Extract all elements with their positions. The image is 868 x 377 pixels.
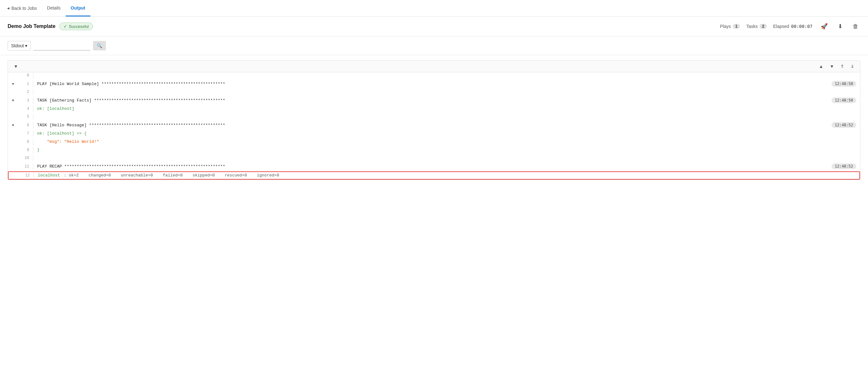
output-line: 11 PLAY RECAP **************************… xyxy=(8,163,860,171)
chevron-down-icon: ▾ xyxy=(25,43,27,48)
toolbar-left: ▼ xyxy=(12,63,20,69)
tasks-stat: Tasks 2 xyxy=(746,24,767,29)
recap-host: localhost xyxy=(38,173,60,178)
tasks-count: 2 xyxy=(760,24,767,29)
back-arrow-icon: ◄ xyxy=(6,6,10,10)
output-line: 5 xyxy=(8,114,860,122)
recap-stats: : ok=2 changed=0 unreachable=0 failed=0 … xyxy=(64,173,279,178)
stdout-dropdown[interactable]: Stdout ▾ xyxy=(8,41,31,51)
elapsed-value: 00:00:07 xyxy=(791,24,812,29)
check-icon: ✓ xyxy=(63,24,67,29)
status-badge: ✓ Successful xyxy=(59,23,93,30)
output-line: 10 xyxy=(8,155,860,163)
collapse-button[interactable]: ▼ xyxy=(8,123,18,127)
tab-output[interactable]: Output xyxy=(66,0,90,17)
output-line: ▼ 3 TASK [Gathering Facts] *************… xyxy=(8,97,860,105)
collapse-button[interactable]: ▼ xyxy=(8,82,18,86)
header-stats: Plays 1 Tasks 2 Elapsed 00:00:07 🚀 ⬇ 🗑 xyxy=(720,22,860,31)
nav-tabs: ◄ Back to Jobs Details Output xyxy=(0,0,868,17)
scroll-down-button[interactable]: ▼ xyxy=(828,63,836,69)
back-to-jobs-button[interactable]: ◄ Back to Jobs xyxy=(6,0,42,16)
search-button[interactable]: 🔍 xyxy=(93,41,106,51)
scroll-bottom-button[interactable]: ⇓ xyxy=(849,63,856,69)
launch-icon-button[interactable]: 🚀 xyxy=(819,22,830,31)
output-line: 4 ok: [localhost] xyxy=(8,105,860,114)
collapse-button[interactable]: ▼ xyxy=(8,98,18,102)
tab-details[interactable]: Details xyxy=(42,0,66,17)
collapse-all-button[interactable]: ▼ xyxy=(12,63,20,69)
output-line: 2 xyxy=(8,89,860,97)
output-line: 7 ok: [localhost] => { xyxy=(8,130,860,138)
output-line: 9 } xyxy=(8,147,860,155)
elapsed-stat: Elapsed 00:00:07 xyxy=(773,24,812,29)
back-to-jobs-label: Back to Jobs xyxy=(11,6,37,11)
plays-stat: Plays 1 xyxy=(720,24,740,29)
recap-output-line: 12 localhost : ok=2 changed=0 unreachabl… xyxy=(8,171,860,180)
scroll-up-button[interactable]: ▲ xyxy=(817,63,825,69)
delete-icon-button[interactable]: 🗑 xyxy=(851,22,860,31)
output-line: ▼ 6 TASK [Hello Message] ***************… xyxy=(8,122,860,130)
toolbar-right: ▲ ▼ ⇑ ⇓ xyxy=(817,63,856,69)
output-content: 0 ▼ 1 PLAY [Hello World Sample] ********… xyxy=(8,72,860,180)
download-icon-button[interactable]: ⬇ xyxy=(836,22,844,31)
output-line: 8 "msg": "Hello World!" xyxy=(8,138,860,147)
output-container: ▼ ▲ ▼ ⇑ ⇓ 0 ▼ 1 PLAY [Hello World Sample… xyxy=(8,60,860,180)
output-toolbar: ▼ ▲ ▼ ⇑ ⇓ xyxy=(8,61,860,72)
filter-bar: Stdout ▾ 🔍 xyxy=(0,36,868,55)
scroll-top-button[interactable]: ⇑ xyxy=(838,63,846,69)
job-header: Demo Job Template ✓ Successful Plays 1 T… xyxy=(0,17,868,36)
output-line: 0 xyxy=(8,72,860,81)
search-input[interactable] xyxy=(33,41,90,51)
job-title: Demo Job Template xyxy=(8,24,56,29)
plays-count: 1 xyxy=(733,24,740,29)
output-line: ▼ 1 PLAY [Hello World Sample] **********… xyxy=(8,81,860,89)
